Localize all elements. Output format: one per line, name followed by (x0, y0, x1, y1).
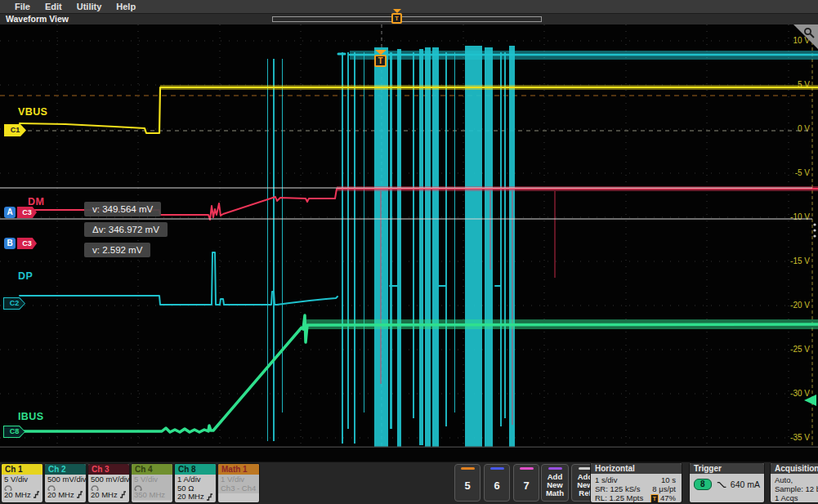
badge-row: 5 V/div (134, 475, 170, 484)
falling-edge-icon (717, 480, 726, 489)
noise-band (306, 319, 818, 329)
ref-tag-c1[interactable]: C1 (4, 124, 26, 136)
badge-row: 20 MHz (91, 491, 127, 500)
y-axis-label: -20 V (790, 301, 810, 310)
trigger-marker-label: T (391, 13, 402, 24)
badge-value: 500 mV/div (47, 475, 86, 484)
menu-item-edit[interactable]: Edit (45, 2, 62, 11)
button-label: 5 (464, 470, 470, 501)
ref-tag-c2[interactable]: C2 (3, 297, 25, 310)
horizontal-value: T47% (650, 493, 677, 502)
horizontal-panel-title: Horizontal (591, 463, 682, 474)
horizontal-panel[interactable]: Horizontal 1 s/div10 sSR: 125 kS/s8 μs/p… (591, 463, 682, 502)
menu-item-utility[interactable]: Utility (77, 2, 102, 11)
oscilloscope-app: FileEditUtilityHelp Waveform View T 10 V… (0, 0, 818, 504)
trigger-position-badge[interactable]: T (374, 50, 387, 67)
button-label: 7 (523, 470, 529, 501)
badge-header-ch2: Ch 2 (45, 464, 86, 475)
y-axis-label: -5 V (795, 168, 811, 177)
cursor-a-readout[interactable]: v: 349.564 mV (84, 202, 161, 216)
cursor-delta-readout[interactable]: Δv: 346.972 mV (84, 222, 168, 237)
channel-button-6[interactable]: 6 (484, 464, 510, 502)
y-axis-label: -35 V (790, 433, 810, 442)
cursor-a-badge: A (4, 207, 16, 218)
horizontal-panel-rows: 1 s/div10 sSR: 125 kS/s8 μs/ptRL: 1.25 M… (591, 475, 682, 502)
cursor-b-handle[interactable]: B C3 (4, 238, 37, 249)
acquisition-panel[interactable]: Acquisition Auto,AnalySample: 12 bit1 Ac… (771, 463, 818, 502)
badge-body-ch3: 500 mV/div20 MHz (88, 475, 129, 500)
badge-row: 1 A/div (177, 475, 213, 484)
badge-body-math1: 1 V/divCh3 - Ch4 (218, 475, 259, 493)
channel-label-dp: DP (18, 270, 33, 282)
channel-label-ibus: IBUS (18, 411, 43, 422)
badge-value: 20 MHz (177, 493, 204, 502)
acquisition-value: Sample: 12 bit (775, 484, 818, 493)
dp-burst (485, 47, 493, 448)
trigger-panel[interactable]: Trigger 8 640 mA (690, 463, 764, 502)
horizontal-value: SR: 125 kS/s (595, 484, 640, 493)
badge-value: 20 MHz (4, 491, 31, 500)
channel-badges: Ch 15 V/div20 MHzCh 2500 mV/div20 MHzCh … (2, 464, 259, 502)
badge-value: 20 MHz (47, 491, 74, 500)
badge-header-math1: Math 1 (218, 464, 259, 475)
dp-burst (267, 59, 268, 441)
dp-burst (354, 52, 355, 444)
ruler-trigger-marker-icon[interactable]: T (391, 9, 402, 24)
cursor-grip-dot (813, 234, 816, 237)
menu-item-file[interactable]: File (15, 2, 30, 11)
trace-vbus (20, 87, 818, 133)
trigger-panel-title: Trigger (690, 463, 764, 474)
badge-row: 20 MHz (4, 491, 40, 500)
add-new-math-button[interactable]: AddNewMath (541, 464, 569, 502)
badge-ch1[interactable]: Ch 15 V/div20 MHz (2, 464, 42, 502)
badge-ch4[interactable]: Ch 45 V/div350 MHz (132, 464, 172, 502)
badge-value: 350 MHz (134, 491, 165, 500)
badge-body-ch2: 500 mV/div20 MHz (45, 475, 86, 500)
magnifier-icon (803, 27, 816, 39)
trace-dp-low (20, 252, 337, 305)
dp-burst (509, 46, 515, 448)
badge-math1[interactable]: Math 11 V/divCh3 - Ch4 (218, 464, 259, 502)
button-label: AddNewMath (546, 470, 564, 501)
channel-button-7[interactable]: 7 (513, 464, 539, 502)
badge-ch2[interactable]: Ch 2500 mV/div20 MHz (45, 464, 86, 502)
badge-value: 1 A/div (177, 475, 201, 484)
badge-value: 5 V/div (4, 475, 28, 484)
horizontal-row: SR: 125 kS/s8 μs/pt (591, 484, 682, 493)
cursor-b-badge: B (4, 238, 16, 249)
cursor-grip-dot (813, 223, 816, 225)
horizontal-value: 10 s (661, 475, 677, 484)
channel-button-5[interactable]: 5 (454, 464, 481, 502)
dp-burst (374, 47, 388, 448)
tab-waveform-view[interactable]: Waveform View (6, 14, 69, 24)
dp-burst (465, 46, 482, 448)
dp-burst (413, 52, 414, 418)
ref-tag-c8[interactable]: C8 (3, 426, 25, 438)
y-axis-label: 5 V (798, 80, 810, 89)
badge-ch8[interactable]: Ch 81 A/div50 Ω20 MHz (175, 464, 216, 502)
dp-burst (425, 47, 431, 448)
noise-band (337, 186, 818, 191)
acquisition-overview-ruler[interactable] (272, 16, 542, 22)
y-axis-label: 0 V (798, 124, 810, 133)
cursor-b-readout[interactable]: v: 2.592 mV (84, 243, 150, 257)
badge-body-ch4: 5 V/div350 MHz (132, 475, 172, 500)
badge-value: Ch3 - Ch4 (221, 484, 256, 493)
dp-burst (419, 49, 423, 445)
trigger-position-percent-icon: T (650, 494, 659, 502)
badge-header-ch8: Ch 8 (175, 464, 216, 475)
y-axis-label: -25 V (790, 345, 810, 354)
menu-item-help[interactable]: Help (116, 2, 136, 11)
trigger-level-arrow-icon (804, 395, 816, 406)
y-axis-label: -15 V (790, 256, 810, 265)
badge-header-ch1: Ch 1 (2, 464, 42, 475)
badge-ch3[interactable]: Ch 3500 mV/div20 MHz (88, 464, 129, 502)
channel-label-dm: DM (28, 196, 44, 207)
ref-tag-label: C1 (5, 125, 25, 136)
ref-tag-label: C8 (4, 426, 25, 437)
cursor-a-handle[interactable]: A C3 (4, 207, 37, 218)
time-axis (0, 447, 818, 462)
acquisition-panel-rows: Auto,AnalySample: 12 bit1 Acqs (771, 475, 818, 502)
badge-header-ch4: Ch 4 (132, 464, 172, 475)
badge-value: 20 MHz (91, 491, 118, 500)
